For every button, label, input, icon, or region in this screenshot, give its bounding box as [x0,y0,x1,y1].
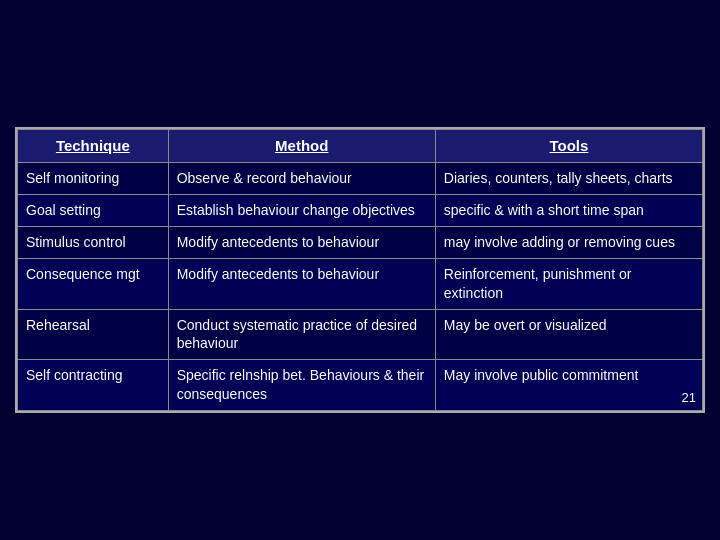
tools-cell: may involve adding or removing cues [435,226,702,258]
table-row: Goal setting Establish behaviour change … [18,195,703,227]
technique-cell: Goal setting [18,195,169,227]
technique-cell: Consequence mgt [18,258,169,309]
technique-cell: Self monitoring [18,163,169,195]
header-tools: Tools [435,129,702,162]
header-row: Technique Method Tools [18,129,703,162]
tools-cell: Reinforcement, punishment or extinction [435,258,702,309]
technique-cell: Rehearsal [18,309,169,360]
tools-cell: specific & with a short time span [435,195,702,227]
method-cell: Specific relnship bet. Behaviours & thei… [168,360,435,411]
table-row: Rehearsal Conduct systematic practice of… [18,309,703,360]
method-cell: Conduct systematic practice of desired b… [168,309,435,360]
slide-number: 21 [682,389,696,407]
tools-cell: Diaries, counters, tally sheets, charts [435,163,702,195]
method-cell: Modify antecedents to behaviour [168,226,435,258]
header-technique: Technique [18,129,169,162]
table-row: Consequence mgt Modify antecedents to be… [18,258,703,309]
page-container: Technique Method Tools Self monitoring O… [0,0,720,540]
table-row: Stimulus control Modify antecedents to b… [18,226,703,258]
technique-cell: Stimulus control [18,226,169,258]
table-wrapper: Technique Method Tools Self monitoring O… [15,127,705,413]
table-row: Self monitoring Observe & record behavio… [18,163,703,195]
method-cell: Modify antecedents to behaviour [168,258,435,309]
table-row: Self contracting Specific relnship bet. … [18,360,703,411]
method-cell: Observe & record behaviour [168,163,435,195]
method-cell: Establish behaviour change objectives [168,195,435,227]
tools-cell: May involve public commitment 21 [435,360,702,411]
main-table: Technique Method Tools Self monitoring O… [17,129,703,411]
tools-cell: May be overt or visualized [435,309,702,360]
header-method: Method [168,129,435,162]
technique-cell: Self contracting [18,360,169,411]
